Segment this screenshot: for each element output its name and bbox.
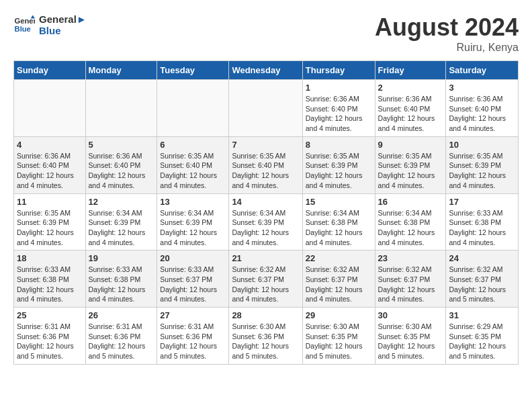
calendar-day-cell: 8Sunrise: 6:35 AM Sunset: 6:39 PM Daylig…	[302, 136, 375, 193]
day-number: 16	[378, 197, 443, 207]
calendar-table: SundayMondayTuesdayWednesdayThursdayFrid…	[13, 60, 519, 365]
day-number: 26	[89, 310, 154, 320]
calendar-day-cell: 13Sunrise: 6:34 AM Sunset: 6:39 PM Dayli…	[157, 193, 229, 250]
day-number: 9	[378, 140, 443, 150]
day-number: 10	[449, 140, 515, 150]
calendar-day-cell: 11Sunrise: 6:35 AM Sunset: 6:39 PM Dayli…	[14, 193, 86, 250]
day-info: Sunrise: 6:30 AM Sunset: 6:36 PM Dayligh…	[232, 322, 299, 361]
day-info: Sunrise: 6:35 AM Sunset: 6:40 PM Dayligh…	[160, 151, 226, 191]
day-number: 19	[89, 253, 154, 263]
day-number: 8	[306, 140, 372, 150]
day-number: 3	[449, 83, 515, 93]
day-info: Sunrise: 6:33 AM Sunset: 6:37 PM Dayligh…	[160, 265, 226, 304]
calendar-day-cell: 22Sunrise: 6:32 AM Sunset: 6:37 PM Dayli…	[302, 250, 375, 308]
day-info: Sunrise: 6:36 AM Sunset: 6:40 PM Dayligh…	[449, 94, 515, 134]
day-number: 30	[378, 310, 443, 320]
day-number: 2	[378, 83, 443, 93]
day-info: Sunrise: 6:36 AM Sunset: 6:40 PM Dayligh…	[378, 94, 443, 134]
day-info: Sunrise: 6:34 AM Sunset: 6:39 PM Dayligh…	[160, 208, 226, 248]
column-header-wednesday: Wednesday	[229, 61, 302, 80]
day-number: 11	[17, 197, 83, 207]
calendar-week-row: 25Sunrise: 6:31 AM Sunset: 6:36 PM Dayli…	[14, 308, 519, 365]
day-info: Sunrise: 6:35 AM Sunset: 6:39 PM Dayligh…	[306, 151, 372, 191]
day-info: Sunrise: 6:34 AM Sunset: 6:38 PM Dayligh…	[378, 208, 443, 248]
day-info: Sunrise: 6:32 AM Sunset: 6:37 PM Dayligh…	[232, 265, 299, 304]
calendar-day-cell: 15Sunrise: 6:34 AM Sunset: 6:38 PM Dayli…	[302, 193, 375, 250]
calendar-day-cell	[85, 80, 157, 137]
column-header-monday: Monday	[85, 61, 157, 80]
day-number: 14	[232, 197, 299, 207]
calendar-day-cell: 25Sunrise: 6:31 AM Sunset: 6:36 PM Dayli…	[14, 308, 86, 365]
day-number: 28	[232, 310, 299, 320]
day-info: Sunrise: 6:30 AM Sunset: 6:35 PM Dayligh…	[378, 322, 443, 361]
day-number: 18	[17, 253, 83, 263]
day-number: 6	[160, 140, 226, 150]
day-number: 12	[89, 197, 154, 207]
logo: General Blue General► Blue	[13, 13, 87, 36]
calendar-day-cell: 31Sunrise: 6:29 AM Sunset: 6:35 PM Dayli…	[446, 308, 519, 365]
column-header-thursday: Thursday	[302, 61, 375, 80]
calendar-day-cell: 28Sunrise: 6:30 AM Sunset: 6:36 PM Dayli…	[229, 308, 302, 365]
month-title: August 2024	[375, 13, 519, 42]
day-number: 15	[306, 197, 372, 207]
calendar-day-cell: 26Sunrise: 6:31 AM Sunset: 6:36 PM Dayli…	[85, 308, 157, 365]
calendar-week-row: 1Sunrise: 6:36 AM Sunset: 6:40 PM Daylig…	[14, 80, 519, 137]
column-header-tuesday: Tuesday	[157, 61, 229, 80]
column-header-saturday: Saturday	[446, 61, 519, 80]
column-header-sunday: Sunday	[14, 61, 86, 80]
day-info: Sunrise: 6:34 AM Sunset: 6:39 PM Dayligh…	[89, 208, 154, 248]
day-info: Sunrise: 6:35 AM Sunset: 6:40 PM Dayligh…	[232, 151, 299, 191]
calendar-day-cell: 14Sunrise: 6:34 AM Sunset: 6:39 PM Dayli…	[229, 193, 302, 250]
calendar-day-cell	[157, 80, 229, 137]
calendar-day-cell: 29Sunrise: 6:30 AM Sunset: 6:35 PM Dayli…	[302, 308, 375, 365]
calendar-day-cell: 5Sunrise: 6:36 AM Sunset: 6:40 PM Daylig…	[85, 136, 157, 193]
day-number: 4	[17, 140, 83, 150]
title-block: August 2024 Ruiru, Kenya	[375, 13, 519, 54]
day-info: Sunrise: 6:35 AM Sunset: 6:39 PM Dayligh…	[449, 151, 515, 191]
calendar-day-cell: 24Sunrise: 6:32 AM Sunset: 6:37 PM Dayli…	[446, 250, 519, 308]
day-info: Sunrise: 6:33 AM Sunset: 6:38 PM Dayligh…	[449, 208, 515, 248]
calendar-day-cell: 18Sunrise: 6:33 AM Sunset: 6:38 PM Dayli…	[14, 250, 86, 308]
svg-text:Blue: Blue	[15, 25, 31, 33]
day-info: Sunrise: 6:35 AM Sunset: 6:39 PM Dayligh…	[378, 151, 443, 191]
day-number: 20	[160, 253, 226, 263]
location: Ruiru, Kenya	[375, 42, 519, 54]
day-number: 23	[378, 253, 443, 263]
day-info: Sunrise: 6:34 AM Sunset: 6:39 PM Dayligh…	[232, 208, 299, 248]
calendar-day-cell: 1Sunrise: 6:36 AM Sunset: 6:40 PM Daylig…	[302, 80, 375, 137]
column-header-friday: Friday	[375, 61, 446, 80]
calendar-day-cell: 21Sunrise: 6:32 AM Sunset: 6:37 PM Dayli…	[229, 250, 302, 308]
day-number: 5	[89, 140, 154, 150]
page-header: General Blue General► Blue August 2024 R…	[13, 13, 519, 54]
day-info: Sunrise: 6:32 AM Sunset: 6:37 PM Dayligh…	[378, 265, 443, 304]
calendar-day-cell: 27Sunrise: 6:31 AM Sunset: 6:36 PM Dayli…	[157, 308, 229, 365]
calendar-week-row: 4Sunrise: 6:36 AM Sunset: 6:40 PM Daylig…	[14, 136, 519, 193]
calendar-day-cell	[229, 80, 302, 137]
day-info: Sunrise: 6:32 AM Sunset: 6:37 PM Dayligh…	[449, 265, 515, 304]
calendar-day-cell: 20Sunrise: 6:33 AM Sunset: 6:37 PM Dayli…	[157, 250, 229, 308]
day-info: Sunrise: 6:36 AM Sunset: 6:40 PM Dayligh…	[17, 151, 83, 191]
day-info: Sunrise: 6:35 AM Sunset: 6:39 PM Dayligh…	[17, 208, 83, 248]
day-number: 21	[232, 253, 299, 263]
calendar-day-cell: 19Sunrise: 6:33 AM Sunset: 6:38 PM Dayli…	[85, 250, 157, 308]
calendar-day-cell: 30Sunrise: 6:30 AM Sunset: 6:35 PM Dayli…	[375, 308, 446, 365]
calendar-week-row: 11Sunrise: 6:35 AM Sunset: 6:39 PM Dayli…	[14, 193, 519, 250]
day-info: Sunrise: 6:31 AM Sunset: 6:36 PM Dayligh…	[17, 322, 83, 361]
calendar-day-cell: 6Sunrise: 6:35 AM Sunset: 6:40 PM Daylig…	[157, 136, 229, 193]
calendar-day-cell: 10Sunrise: 6:35 AM Sunset: 6:39 PM Dayli…	[446, 136, 519, 193]
day-number: 22	[306, 253, 372, 263]
day-number: 31	[449, 310, 515, 320]
calendar-day-cell: 9Sunrise: 6:35 AM Sunset: 6:39 PM Daylig…	[375, 136, 446, 193]
calendar-day-cell	[14, 80, 86, 137]
day-info: Sunrise: 6:30 AM Sunset: 6:35 PM Dayligh…	[306, 322, 372, 361]
calendar-day-cell: 4Sunrise: 6:36 AM Sunset: 6:40 PM Daylig…	[14, 136, 86, 193]
day-info: Sunrise: 6:33 AM Sunset: 6:38 PM Dayligh…	[17, 265, 83, 304]
day-number: 17	[449, 197, 515, 207]
calendar-day-cell: 12Sunrise: 6:34 AM Sunset: 6:39 PM Dayli…	[85, 193, 157, 250]
logo-line1: General►	[39, 13, 87, 25]
calendar-day-cell: 2Sunrise: 6:36 AM Sunset: 6:40 PM Daylig…	[375, 80, 446, 137]
calendar-header-row: SundayMondayTuesdayWednesdayThursdayFrid…	[14, 61, 519, 80]
day-info: Sunrise: 6:31 AM Sunset: 6:36 PM Dayligh…	[160, 322, 226, 361]
day-info: Sunrise: 6:32 AM Sunset: 6:37 PM Dayligh…	[306, 265, 372, 304]
day-number: 24	[449, 253, 515, 263]
